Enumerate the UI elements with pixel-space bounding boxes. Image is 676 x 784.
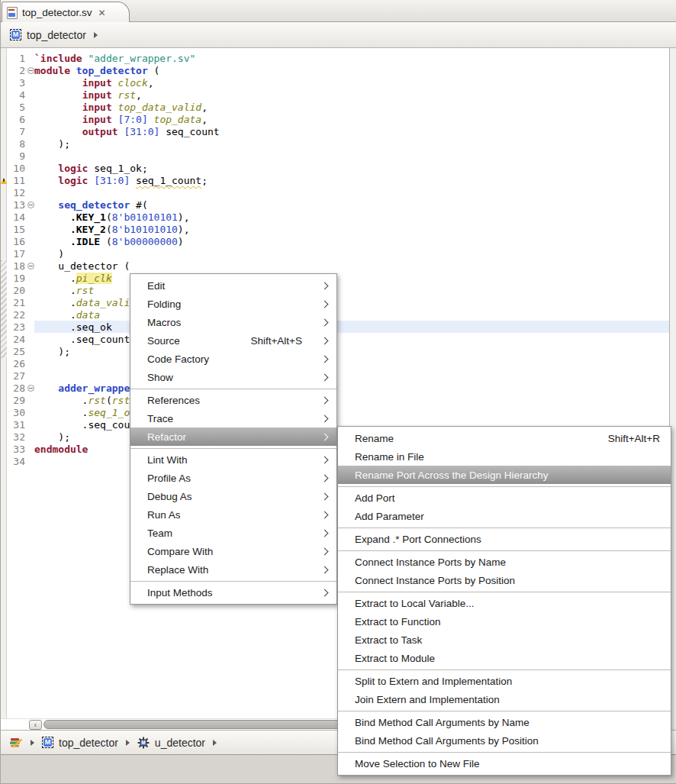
chevron-right-icon[interactable] xyxy=(126,740,130,746)
menu-item-refactor[interactable]: Refactor xyxy=(130,427,336,446)
code-line[interactable]: `include "adder_wrapper.sv" xyxy=(34,53,669,65)
line-number: 18 xyxy=(6,260,25,273)
code-line[interactable]: .KEY_2(8'b10101010), xyxy=(34,224,669,236)
menu-item-macros[interactable]: Macros xyxy=(130,313,336,331)
submenu-arrow-icon xyxy=(321,355,329,363)
menu-item-bind-method-call-arguments-by-position[interactable]: Bind Method Call Arguments by Position xyxy=(338,731,671,750)
menu-item-code-factory[interactable]: Code Factory xyxy=(130,350,336,368)
code-line[interactable]: input rst, xyxy=(34,89,669,102)
menu-item-label: Extract to Function xyxy=(355,616,662,628)
tab-top-detector-sv[interactable]: top_detector.sv ✕ xyxy=(2,2,130,23)
menu-item-label: Replace With xyxy=(147,564,316,576)
code-line[interactable]: logic seq_1_ok; xyxy=(34,163,669,175)
fold-collapse-icon[interactable] xyxy=(27,263,34,269)
code-line[interactable]: input clock, xyxy=(34,77,669,89)
menu-item-input-methods[interactable]: Input Methods xyxy=(130,583,336,602)
line-number: 19 xyxy=(6,273,25,285)
chevron-right-icon[interactable] xyxy=(31,740,34,746)
line-number: 10 xyxy=(6,163,25,175)
menu-item-trace[interactable]: Trace xyxy=(130,409,336,427)
menu-item-run-as[interactable]: Run As xyxy=(130,505,336,524)
submenu-arrow-icon xyxy=(321,566,329,573)
menu-item-connect-instance-ports-by-position[interactable]: Connect Instance Ports by Position xyxy=(338,571,671,589)
module-icon: M xyxy=(42,737,53,748)
menu-item-label: Rename in File xyxy=(355,451,662,463)
submenu-arrow-icon xyxy=(321,373,329,381)
fold-collapse-icon[interactable] xyxy=(27,67,34,74)
breadcrumb-item-top-detector[interactable]: M top_detector xyxy=(39,737,121,749)
code-line[interactable]: module top_detector ( xyxy=(34,65,669,77)
editor-tab-bar: top_detector.sv ✕ xyxy=(1,0,676,22)
menu-item-shortcut: Shift+Alt+S xyxy=(250,335,302,347)
menu-separator xyxy=(338,752,671,753)
submenu-arrow-icon xyxy=(321,282,329,289)
breadcrumb-item-library[interactable] xyxy=(7,737,26,748)
code-line[interactable] xyxy=(34,187,669,199)
menu-item-edit[interactable]: Edit xyxy=(130,276,336,295)
code-line[interactable]: u_detector ( xyxy=(34,260,669,273)
menu-item-references[interactable]: References xyxy=(130,391,336,409)
tab-close-icon[interactable]: ✕ xyxy=(97,8,108,18)
menu-item-join-extern-and-implementation[interactable]: Join Extern and Implementation xyxy=(338,690,671,708)
code-line[interactable]: ) xyxy=(34,248,669,260)
menu-item-debug-as[interactable]: Debug As xyxy=(130,487,336,505)
submenu-arrow-icon xyxy=(321,300,329,308)
code-line[interactable] xyxy=(34,150,669,163)
menu-item-expand-port-connections[interactable]: Expand .* Port Connections xyxy=(338,530,671,548)
submenu-arrow-icon xyxy=(321,511,329,518)
menu-item-compare-with[interactable]: Compare With xyxy=(130,542,336,560)
menu-item-extract-to-task[interactable]: Extract to Task xyxy=(338,631,671,649)
menu-item-split-to-extern-and-implementation[interactable]: Split to Extern and Implementation xyxy=(338,672,671,690)
code-line[interactable]: seq_detector #( xyxy=(34,199,669,211)
code-line[interactable]: output [31:0] seq_count xyxy=(34,126,669,138)
chevron-right-icon[interactable] xyxy=(94,32,98,38)
code-line[interactable]: input [7:0] top_data, xyxy=(34,114,669,126)
menu-item-rename-in-file[interactable]: Rename in File xyxy=(338,447,671,466)
menu-item-add-parameter[interactable]: Add Parameter xyxy=(338,507,671,525)
menu-item-move-selection-to-new-file[interactable]: Move Selection to New File xyxy=(338,754,671,773)
editor-breadcrumb: M top_detector xyxy=(1,22,676,48)
code-line[interactable]: .IDLE (8'b00000000) xyxy=(34,236,669,248)
menu-item-extract-to-local-variable[interactable]: Extract to Local Variable... xyxy=(338,594,671,612)
submenu-arrow-icon xyxy=(321,589,329,596)
line-number: 11 xyxy=(6,175,25,187)
breadcrumb-item-top-detector[interactable]: M top_detector xyxy=(7,29,89,41)
menu-item-extract-to-module[interactable]: Extract to Module xyxy=(338,649,671,667)
chevron-right-icon[interactable] xyxy=(213,740,217,746)
breadcrumb-item-u-detector[interactable]: M u_detector xyxy=(134,737,208,749)
line-number: 13 xyxy=(6,199,25,211)
menu-item-bind-method-call-arguments-by-name[interactable]: Bind Method Call Arguments by Name xyxy=(338,713,671,731)
ide-window: top_detector.sv ✕ M top_detector 1234567… xyxy=(0,0,676,784)
code-line[interactable]: input top_data_valid, xyxy=(34,102,669,114)
menu-item-connect-instance-ports-by-name[interactable]: Connect Instance Ports by Name xyxy=(338,553,671,571)
line-number: 21 xyxy=(6,297,25,309)
menu-item-label: Move Selection to New File xyxy=(355,758,662,769)
menu-item-lint-with[interactable]: Lint With xyxy=(130,450,336,469)
menu-item-team[interactable]: Team xyxy=(130,524,336,542)
menu-item-show[interactable]: Show xyxy=(130,368,336,386)
menu-item-profile-as[interactable]: Profile As xyxy=(130,469,336,487)
menu-item-folding[interactable]: Folding xyxy=(130,295,336,313)
code-line[interactable]: .KEY_1(8'b01010101), xyxy=(34,211,669,224)
menu-separator xyxy=(130,581,336,582)
menu-item-replace-with[interactable]: Replace With xyxy=(130,560,336,579)
code-line[interactable]: logic [31:0] seq_1_count; xyxy=(34,175,669,187)
menu-item-label: Connect Instance Ports by Name xyxy=(355,557,662,568)
fold-collapse-icon[interactable] xyxy=(27,202,34,208)
menu-item-label: Extract to Local Variable... xyxy=(355,598,662,609)
menu-item-extract-to-function[interactable]: Extract to Function xyxy=(338,612,671,631)
line-number: 16 xyxy=(6,236,25,248)
code-line[interactable]: ); xyxy=(34,138,669,150)
line-number: 15 xyxy=(6,224,25,236)
menu-item-rename[interactable]: RenameShift+Alt+R xyxy=(338,429,671,447)
scroll-left-button[interactable]: ‹ xyxy=(29,720,42,730)
menu-item-label: Macros xyxy=(147,317,316,328)
menu-item-add-port[interactable]: Add Port xyxy=(338,489,671,507)
line-number: 17 xyxy=(6,248,25,260)
menu-item-rename-port-across-the-design-hierarchy[interactable]: Rename Port Across the Design Hierarchy xyxy=(338,466,671,484)
menu-item-label: Compare With xyxy=(147,546,316,557)
menu-item-label: Folding xyxy=(147,298,316,310)
line-number: 6 xyxy=(6,114,25,126)
fold-collapse-icon[interactable] xyxy=(27,385,34,392)
menu-item-source[interactable]: SourceShift+Alt+S xyxy=(130,331,336,350)
